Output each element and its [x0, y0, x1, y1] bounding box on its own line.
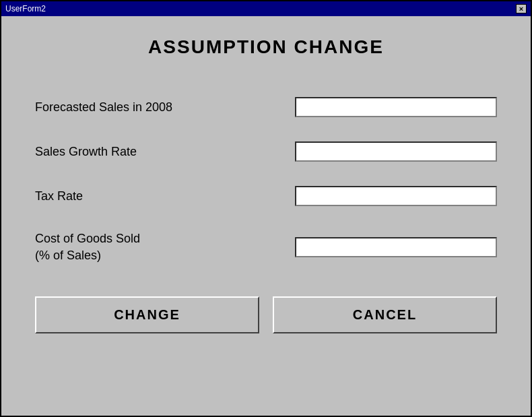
- input-sales-growth-rate[interactable]: [295, 141, 497, 162]
- form-content: ASSUMPTION CHANGE Forecasted Sales in 20…: [1, 16, 531, 416]
- label-cost-of-goods-line1: Cost of Goods Sold: [35, 232, 140, 245]
- cancel-button[interactable]: CANCEL: [273, 296, 497, 333]
- form-row-forecasted-sales: Forecasted Sales in 2008: [35, 85, 497, 129]
- title-bar: UserForm2 ×: [1, 1, 531, 16]
- input-tax-rate[interactable]: [295, 186, 497, 206]
- label-forecasted-sales: Forecasted Sales in 2008: [35, 100, 172, 115]
- label-cost-of-goods: Cost of Goods Sold (% of Sales): [35, 230, 140, 264]
- change-button[interactable]: CHANGE: [35, 296, 259, 333]
- window-title: UserForm2: [5, 4, 46, 13]
- form-row-cost-of-goods: Cost of Goods Sold (% of Sales): [35, 218, 497, 276]
- main-window: UserForm2 × ASSUMPTION CHANGE Forecasted…: [0, 0, 532, 417]
- form-row-sales-growth: Sales Growth Rate: [35, 129, 497, 174]
- input-forecasted-sales[interactable]: [295, 97, 497, 117]
- close-button[interactable]: ×: [516, 4, 527, 13]
- button-row: CHANGE CANCEL: [35, 296, 497, 333]
- label-cost-of-goods-line2: (% of Sales): [35, 249, 101, 262]
- form-title: ASSUMPTION CHANGE: [148, 36, 384, 58]
- form-row-tax-rate: Tax Rate: [35, 174, 497, 218]
- form-body: Forecasted Sales in 2008 Sales Growth Ra…: [35, 85, 497, 276]
- label-tax-rate: Tax Rate: [35, 189, 83, 203]
- label-sales-growth-rate: Sales Growth Rate: [35, 145, 137, 159]
- input-cost-of-goods[interactable]: [295, 237, 497, 257]
